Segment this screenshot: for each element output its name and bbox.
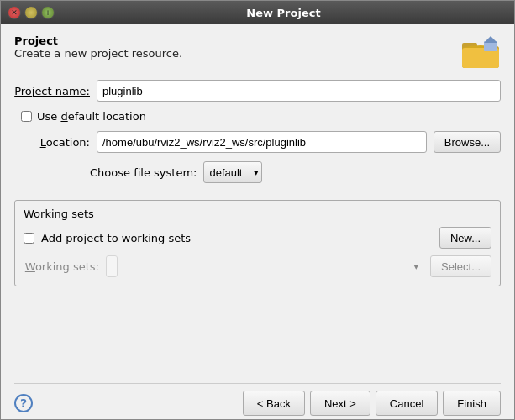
folder-icon [460, 34, 501, 68]
location-input[interactable] [97, 131, 427, 153]
button-bar: ? < Back Next > Cancel Finish [14, 383, 501, 419]
header-section: Project Create a new project resource. [14, 34, 501, 68]
working-sets-selector-row: Working sets: Select... [24, 255, 491, 277]
minimize-button[interactable]: − [24, 6, 38, 19]
filesystem-row: Choose file system: default [90, 161, 501, 183]
use-default-label[interactable]: Use default location [37, 110, 146, 123]
help-button[interactable]: ? [14, 394, 33, 412]
maximize-button[interactable]: + [41, 6, 55, 19]
use-default-checkbox[interactable] [21, 111, 32, 122]
window-controls: ✕ − + [8, 6, 55, 19]
project-name-label: Project name: [14, 85, 90, 97]
dialog-buttons: < Back Next > Cancel Finish [243, 391, 501, 416]
finish-button[interactable]: Finish [443, 391, 501, 416]
add-working-sets-row: Add project to working sets New... [24, 227, 491, 249]
add-working-sets-label[interactable]: Add project to working sets [41, 232, 191, 244]
filesystem-dropdown-wrapper: default [203, 161, 262, 183]
window-title: New Project [60, 7, 507, 19]
working-sets-inner: Add project to working sets New... Worki… [24, 227, 491, 277]
working-sets-input-label: Working sets: [24, 260, 99, 273]
working-sets-label: Working sets [20, 207, 97, 220]
back-button[interactable]: < Back [243, 391, 305, 416]
filesystem-dropdown[interactable]: default [203, 161, 262, 183]
use-default-row: Use default location [21, 110, 501, 123]
main-content: Project Create a new project resource. [1, 24, 514, 383]
close-button[interactable]: ✕ [8, 6, 21, 19]
select-working-set-button: Select... [430, 255, 491, 277]
working-sets-group: Working sets Add project to working sets… [14, 200, 501, 286]
working-sets-dropdown-wrapper [106, 255, 423, 277]
form-section: Project name: Use default location Locat… [14, 80, 501, 286]
svg-marker-4 [484, 36, 497, 43]
next-button[interactable]: Next > [310, 391, 370, 416]
section-title: Project [14, 34, 182, 47]
window: ✕ − + New Project Project Create a new p… [0, 0, 515, 420]
section-description: Create a new project resource. [14, 47, 182, 60]
project-name-input[interactable] [97, 80, 501, 102]
titlebar: ✕ − + New Project [1, 1, 514, 24]
browse-button[interactable]: Browse... [434, 131, 501, 153]
working-sets-dropdown[interactable] [106, 255, 118, 277]
project-name-row: Project name: [14, 80, 501, 102]
filesystem-label: Choose file system: [90, 166, 197, 179]
location-label: Location: [14, 136, 90, 149]
spacer [14, 286, 501, 375]
add-working-sets-checkbox[interactable] [24, 233, 34, 244]
cancel-button[interactable]: Cancel [376, 391, 438, 416]
header-text: Project Create a new project resource. [14, 34, 182, 60]
location-row: Location: Browse... [14, 131, 501, 153]
new-working-set-button[interactable]: New... [439, 227, 491, 249]
